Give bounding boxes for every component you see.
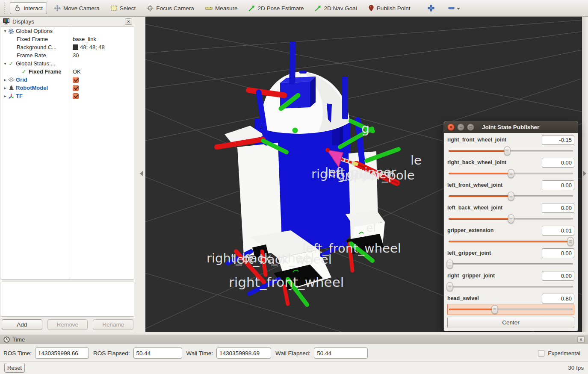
expand-arrow[interactable]: ▸ [3,77,7,82]
joint-value-box[interactable]: 0.00 [542,248,574,258]
display-enabled-checkbox[interactable] [73,85,79,91]
select-tool-button[interactable]: Select [106,3,140,14]
wall-time-input[interactable] [216,347,271,359]
tool-dropdown-caret[interactable] [457,8,460,10]
show-right-panel-arrow[interactable] [583,171,586,176]
window-minimize-icon[interactable]: – [457,124,464,131]
joint-value-box[interactable]: 0.00 [542,180,574,190]
slider-handle[interactable] [508,192,514,201]
clock-icon [3,336,10,343]
expand-arrow[interactable]: ▸ [3,85,7,90]
remove-display-button[interactable]: Remove [47,319,88,330]
slider-track[interactable] [449,195,573,197]
joint-slider[interactable] [447,168,574,179]
joint-value-box[interactable]: 0.00 [542,271,574,281]
slider-handle[interactable] [504,147,510,156]
window-titlebar[interactable]: × – □ Joint State Publisher [444,121,578,133]
slider-handle[interactable] [446,283,453,292]
joint-slider[interactable] [447,304,574,315]
time-panel-header[interactable]: Time × [0,335,588,344]
wall-elapsed-input[interactable] [314,347,368,359]
joint-sliders-container: right_front_wheel_joint-0.15right_back_w… [444,133,578,331]
display-row-tf[interactable]: ▸ TF [1,92,134,100]
joint-value-box[interactable]: 0.00 [542,158,574,168]
expand-arrow[interactable]: ▾ [3,29,7,33]
window-maximize-icon[interactable]: □ [467,124,474,131]
rename-display-button[interactable]: Rename [93,319,133,330]
display-row-fixed-frame[interactable]: Fixed Frame base_link [1,35,134,43]
display-row-global-status[interactable]: ▾ ✓ Global Status:... [1,59,134,68]
display-row-frame-rate[interactable]: Frame Rate 30 [1,51,134,59]
tf-frame-label: left_back_wheel [233,252,332,267]
slider-handle[interactable] [446,260,453,269]
ros-elapsed-field: ROS Elapsed: [93,347,182,359]
joint-slider[interactable] [447,191,574,202]
toolbar: Interact Move Camera Select Focus Camera [0,0,588,17]
row-value[interactable]: base_link [73,36,96,42]
slider-track[interactable] [449,241,573,242]
slider-track[interactable] [449,150,573,152]
ros-time-input[interactable] [35,347,89,359]
add-display-button[interactable]: Add [2,319,42,330]
joint-value-box[interactable]: -0.80 [542,294,574,303]
expand-arrow[interactable]: ▾ [3,61,7,66]
joint-slider[interactable] [447,213,574,224]
slider-track[interactable] [449,218,573,220]
row-value[interactable]: 30 [73,52,79,59]
toolbar-drag-handle[interactable] [4,3,6,14]
joint-slider[interactable] [447,259,574,270]
move-arrows-icon [54,5,61,12]
nav-goal-tool-button[interactable]: 2D Nav Goal [310,3,361,14]
window-close-icon[interactable]: × [447,124,455,131]
wall-time-field: Wall Time: [186,347,272,359]
displays-panel-header[interactable]: Displays × [0,17,135,26]
slider-handle[interactable] [491,305,498,314]
experimental-checkbox[interactable] [538,350,544,356]
add-tool-button[interactable] [425,3,437,13]
interact-tool-button[interactable]: Interact [10,2,47,14]
joint-slider[interactable] [447,281,574,292]
hide-left-panel-arrow[interactable] [140,171,143,176]
row-value[interactable]: 48; 48; 48 [73,44,105,50]
joint-slider[interactable] [447,236,574,247]
fps-indicator: 30 fps [568,365,584,371]
panel-title: Displays [12,18,34,25]
displays-monitor-icon [3,18,10,25]
row-label: Global Status:... [16,60,56,67]
slider-handle[interactable] [567,237,574,246]
slider-track[interactable] [449,286,573,288]
joint-value-box[interactable]: 0.00 [542,203,574,213]
slider-track[interactable] [449,173,573,174]
slider-handle[interactable] [508,169,514,178]
center-button[interactable]: Center [447,317,574,328]
focus-camera-tool-button[interactable]: Focus Camera [142,2,198,14]
field-label: ROS Elapsed: [93,350,130,356]
slider-track[interactable] [449,309,573,310]
joint-name-label: gripper_extension [447,227,493,233]
slider-track[interactable] [449,263,573,265]
tool-label: 2D Nav Goal [324,5,357,12]
tf-frame-label: el [366,221,376,234]
pose-estimate-tool-button[interactable]: 2D Pose Estimate [244,3,308,14]
display-row-global-options[interactable]: ▾ Global Options [1,27,134,35]
joint-value-box[interactable]: -0.01 [542,226,574,236]
display-row-background-color[interactable]: Background C... 48; 48; 48 [1,43,134,51]
remove-tool-button[interactable] [446,4,463,12]
display-row-status-fixed-frame[interactable]: ✓ Fixed Frame OK [1,68,134,76]
display-row-robotmodel[interactable]: ▸ RobotModel [1,84,134,92]
display-row-grid[interactable]: ▸ Grid [1,76,134,84]
ros-elapsed-input[interactable] [133,347,182,359]
joint-slider[interactable] [447,145,574,156]
measure-tool-button[interactable]: Measure [201,3,242,14]
display-enabled-checkbox[interactable] [73,77,79,83]
slider-handle[interactable] [508,215,514,224]
display-enabled-checkbox[interactable] [73,93,79,99]
move-camera-tool-button[interactable]: Move Camera [50,2,104,14]
close-icon[interactable]: × [577,336,585,343]
publish-point-tool-button[interactable]: Publish Point [364,2,415,14]
expand-arrow[interactable]: ▸ [3,94,7,98]
close-icon[interactable]: × [125,18,132,25]
joint-value-box[interactable]: -0.15 [542,135,574,145]
slider-fill [449,218,511,220]
reset-button[interactable]: Reset [4,363,25,373]
